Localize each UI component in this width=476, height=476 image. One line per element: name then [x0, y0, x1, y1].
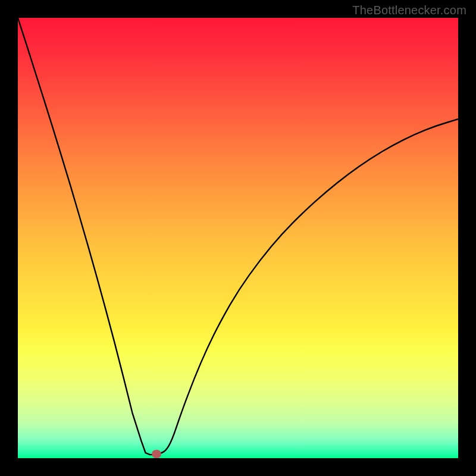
watermark-text: TheBottlenecker.com: [352, 4, 466, 17]
curve-path: [18, 18, 458, 455]
bottleneck-curve: [18, 18, 458, 458]
optimal-point-marker: [152, 450, 161, 458]
chart-frame: TheBottlenecker.com: [0, 0, 476, 476]
chart-plot-area: [18, 18, 458, 458]
